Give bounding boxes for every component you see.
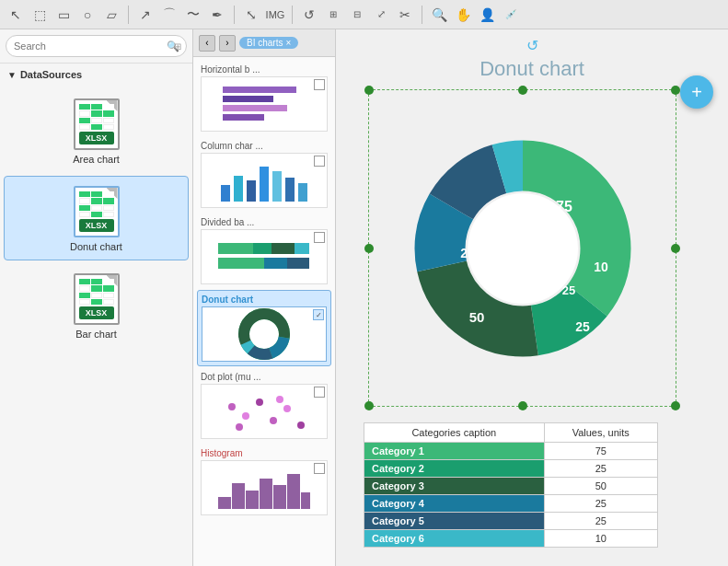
xlsx-badge2: XLSX — [79, 219, 114, 232]
search-filter-btn[interactable]: ⊞ — [170, 39, 185, 53]
group-tool[interactable]: ⊞ — [323, 5, 343, 25]
eyedropper-tool[interactable]: 💉 — [501, 5, 521, 25]
col1-header: Categories caption — [364, 423, 545, 443]
table-row: Category 225 — [364, 460, 658, 478]
svg-rect-36 — [260, 479, 272, 509]
image-tool[interactable]: IMG — [265, 5, 285, 25]
checkbox3[interactable] — [314, 232, 325, 243]
donut-chart-icon: XLSX — [69, 184, 124, 239]
polygon-tool[interactable]: ▱ — [101, 5, 121, 25]
horizontal-bar-svg — [214, 82, 315, 126]
checkbox4[interactable]: ✓ — [313, 309, 324, 320]
table-row: Category 425 — [364, 495, 658, 513]
category-cell: Category 4 — [364, 495, 545, 513]
search-wrap: 🔍 ⊞ — [6, 35, 187, 57]
area-chart-item[interactable]: XLSX Area chart — [4, 89, 189, 172]
select-tool[interactable]: ↖ — [6, 5, 26, 25]
search-input[interactable] — [6, 35, 187, 57]
svg-rect-35 — [246, 491, 259, 509]
scissors-tool[interactable]: ✂ — [395, 5, 415, 25]
hand-tool[interactable]: ✋ — [453, 5, 473, 25]
breadcrumb-close-icon[interactable]: × — [285, 38, 291, 48]
transform-tool[interactable]: ⤡ — [241, 5, 261, 25]
svg-rect-10 — [298, 183, 307, 202]
svg-point-27 — [256, 399, 263, 406]
middle-list: Horizontal b ... Column char ... — [193, 57, 335, 566]
nav-back-btn[interactable]: ‹ — [199, 35, 215, 52]
fab-add-btn[interactable]: + — [680, 75, 713, 109]
label-25c: 25 — [561, 283, 574, 297]
area-chart-icon: XLSX — [69, 97, 124, 152]
svg-point-26 — [242, 412, 249, 420]
donut-chart-ds-item[interactable]: XLSX Donut chart — [4, 176, 189, 260]
donut-chart-middle-item[interactable]: Donut chart ✓ — [197, 290, 331, 366]
horizontal-bar-chart-item[interactable]: Horizontal b ... — [197, 61, 331, 135]
canvas-area: ↺ + Donut chart — [336, 29, 728, 566]
col2-header: Values, units — [544, 423, 657, 443]
horizontal-bar-label: Horizontal b ... — [201, 64, 328, 75]
datasources-header: ▼ DataSources — [0, 64, 192, 86]
checkbox1[interactable] — [314, 79, 325, 90]
value-cell: 25 — [544, 460, 657, 478]
svg-point-24 — [253, 323, 275, 345]
value-cell: 25 — [544, 513, 657, 530]
category-cell: Category 2 — [364, 460, 545, 478]
label-25b: 25 — [575, 319, 590, 334]
checkbox6[interactable] — [314, 463, 325, 474]
connect-tool[interactable]: ⤢ — [371, 5, 391, 25]
svg-point-29 — [283, 405, 291, 412]
column-chart-label: Column char ... — [201, 141, 328, 151]
divided-bar-chart-item[interactable]: Divided ba ... — [197, 214, 331, 288]
pen-tool[interactable]: ✒ — [207, 5, 227, 25]
svg-rect-34 — [232, 483, 245, 509]
frame-tool[interactable]: ⬚ — [29, 5, 50, 25]
data-table: Categories caption Values, units Categor… — [364, 422, 658, 548]
dot-plot-chart-item[interactable]: Dot plot (mu ... — [197, 368, 331, 443]
svg-rect-6 — [247, 180, 256, 202]
dot-plot-label: Dot plot (mu ... — [201, 372, 328, 382]
svg-rect-2 — [223, 105, 287, 111]
chart-title-text: Donut chart — [480, 57, 584, 80]
sep2 — [234, 6, 235, 24]
breadcrumb-chip[interactable]: BI charts × — [239, 37, 298, 49]
donut-chart-preview-svg — [227, 308, 301, 360]
checkbox5[interactable] — [314, 387, 325, 398]
rect-tool[interactable]: ▭ — [53, 5, 74, 25]
svg-rect-3 — [223, 114, 264, 121]
histogram-chart-item[interactable]: Histogram — [197, 445, 331, 519]
undo-btn[interactable]: ↺ — [299, 5, 319, 25]
svg-rect-13 — [272, 243, 295, 254]
column-chart-item[interactable]: Column char ... — [197, 137, 331, 212]
arrow-tool[interactable]: ↗ — [135, 5, 156, 25]
svg-point-31 — [236, 423, 243, 431]
freehand-tool[interactable]: 〜 — [183, 5, 203, 25]
label-50: 50 — [468, 309, 484, 325]
middle-panel: ‹ › BI charts × Horizontal b ... — [193, 29, 336, 566]
bar-chart-ds-label: Bar chart — [75, 329, 117, 340]
curve-tool[interactable]: ⌒ — [159, 5, 179, 25]
svg-point-30 — [297, 422, 305, 429]
bar-chart-ds-item[interactable]: XLSX Bar chart — [4, 264, 189, 347]
nav-forward-btn[interactable]: › — [219, 35, 236, 52]
checkbox2[interactable] — [314, 156, 325, 167]
middle-header: ‹ › BI charts × — [193, 29, 335, 57]
dot-plot-svg — [214, 388, 315, 434]
svg-rect-4 — [221, 185, 230, 202]
divided-bar-preview — [201, 229, 328, 284]
collapse-icon[interactable]: ▼ — [7, 70, 17, 80]
ungroup-tool[interactable]: ⊟ — [347, 5, 367, 25]
svg-rect-16 — [264, 258, 287, 269]
ellipse-tool[interactable]: ○ — [77, 5, 98, 25]
svg-rect-0 — [223, 87, 296, 93]
svg-rect-11 — [218, 243, 253, 254]
donut-chart-preview: ✓ — [202, 306, 327, 362]
column-chart-svg — [214, 157, 315, 203]
search-tool[interactable]: 🔍 — [429, 5, 449, 25]
svg-rect-39 — [301, 492, 310, 509]
sep1 — [128, 6, 129, 24]
column-chart-preview — [201, 153, 328, 208]
canvas-refresh-btn[interactable]: ↺ — [526, 37, 538, 54]
user-tool[interactable]: 👤 — [477, 5, 497, 25]
sep3 — [292, 6, 293, 24]
svg-point-28 — [270, 417, 277, 424]
